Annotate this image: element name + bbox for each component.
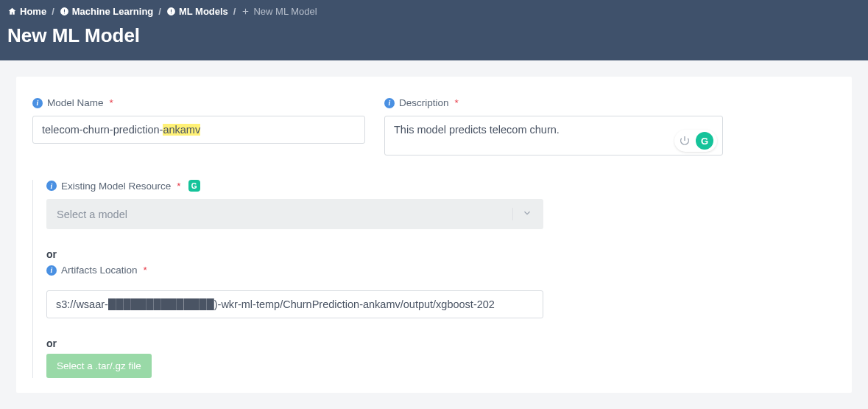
model-name-label-row: i Model Name *: [32, 97, 365, 108]
description-label: Description: [399, 97, 449, 108]
artifacts-label-row: i Artifacts Location *: [46, 265, 543, 276]
or-separator: or: [46, 338, 543, 349]
breadcrumb-new-label: New ML Model: [253, 6, 317, 17]
chevron-down-icon: [512, 208, 533, 220]
breadcrumb-sep: /: [52, 6, 54, 17]
breadcrumb: Home / Machine Learning / ML Models / Ne…: [7, 6, 861, 17]
or-separator: or: [46, 248, 543, 260]
breadcrumb-ml[interactable]: Machine Learning: [60, 6, 154, 17]
required-marker: *: [455, 97, 459, 108]
breadcrumb-home-label: Home: [20, 6, 46, 17]
required-marker: *: [110, 97, 113, 108]
select-placeholder: Select a model: [57, 209, 127, 220]
breadcrumb-ml-label: Machine Learning: [72, 6, 154, 17]
required-marker: *: [177, 181, 180, 192]
ml-icon: [60, 7, 69, 16]
power-icon[interactable]: [678, 134, 691, 147]
info-icon[interactable]: i: [46, 265, 57, 276]
form-card: i Model Name * telecom-churn-prediction-…: [16, 77, 852, 393]
breadcrumb-models-label: ML Models: [179, 6, 228, 17]
existing-model-select[interactable]: Select a model: [46, 199, 543, 229]
description-input[interactable]: [384, 116, 723, 155]
info-icon[interactable]: i: [384, 98, 395, 108]
grammarly-icon[interactable]: G: [696, 132, 713, 150]
artifacts-location-input[interactable]: [46, 290, 543, 318]
grammarly-badge-icon[interactable]: G: [188, 180, 200, 192]
home-icon: [7, 7, 17, 16]
description-label-row: i Description *: [384, 97, 723, 108]
page-title: New ML Model: [7, 24, 861, 47]
required-marker: *: [144, 265, 147, 276]
info-icon[interactable]: i: [46, 181, 57, 191]
existing-resource-label: Existing Model Resource: [61, 181, 171, 192]
info-icon[interactable]: i: [32, 98, 43, 108]
breadcrumb-sep: /: [158, 6, 161, 17]
model-name-prefix: telecom-churn-prediction-: [42, 124, 163, 136]
model-name-highlight: ankamv: [163, 124, 200, 136]
breadcrumb-sep: /: [233, 6, 236, 17]
grammarly-widget[interactable]: G: [674, 130, 717, 152]
models-icon: [166, 7, 176, 16]
breadcrumb-models[interactable]: ML Models: [166, 6, 228, 17]
model-name-input[interactable]: telecom-churn-prediction-ankamv: [32, 116, 365, 144]
model-name-label: Model Name: [47, 97, 104, 108]
breadcrumb-home[interactable]: Home: [7, 6, 46, 17]
plus-icon: [241, 7, 250, 16]
existing-resource-label-row: i Existing Model Resource * G: [46, 180, 543, 192]
breadcrumb-new: New ML Model: [241, 6, 317, 17]
artifacts-label: Artifacts Location: [61, 265, 138, 276]
select-file-button[interactable]: Select a .tar/.gz file: [46, 354, 152, 378]
